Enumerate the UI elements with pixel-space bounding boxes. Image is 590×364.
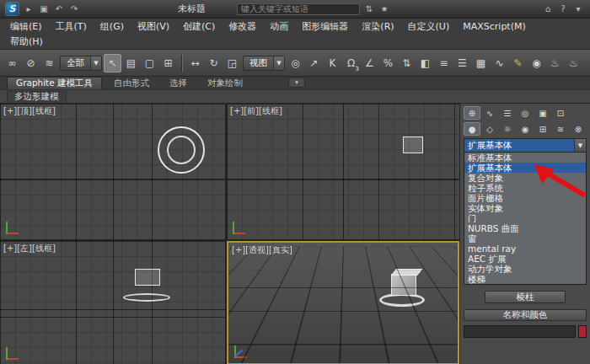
- keyboard-override-icon[interactable]: K: [324, 54, 341, 72]
- geometry-category-icon[interactable]: ●: [464, 122, 480, 136]
- viewport-perspective-label[interactable]: [+][透视][真实]: [232, 244, 292, 256]
- select-and-scale-icon[interactable]: ◲: [223, 54, 241, 72]
- create-tab-icon[interactable]: ⊕: [464, 106, 480, 120]
- space-warps-category-icon[interactable]: ≋: [552, 122, 569, 136]
- droplist-item[interactable]: 复合对象: [464, 173, 586, 183]
- ribbon-tab[interactable]: 选择: [161, 77, 196, 89]
- display-tab-icon[interactable]: ▣: [534, 106, 551, 120]
- utilities-tab-icon[interactable]: ⊡: [552, 106, 569, 120]
- graphite-ribbon-toggle-icon[interactable]: ▦: [472, 54, 490, 72]
- droplist-item[interactable]: 扩展基本体: [464, 163, 586, 173]
- menu-item[interactable]: 视图(V): [131, 19, 176, 34]
- selection-filter-dropdown[interactable]: 全部 ▼: [60, 56, 102, 71]
- droplist-item[interactable]: mental ray: [464, 244, 586, 254]
- systems-category-icon[interactable]: ⊗: [570, 122, 587, 136]
- viewport-left-label[interactable]: [+][左][线框]: [3, 243, 56, 254]
- select-object-icon[interactable]: ↖: [104, 54, 121, 72]
- droplist-item[interactable]: 窗: [464, 233, 586, 244]
- reference-coordinate-dropdown[interactable]: 视图 ▼: [243, 56, 285, 71]
- redo-icon[interactable]: ↷: [67, 3, 81, 16]
- viewport-perspective[interactable]: [+][透视][真实]: [227, 241, 459, 364]
- favorites-icon[interactable]: ★: [378, 3, 391, 16]
- layer-manager-icon[interactable]: ☰: [453, 54, 471, 72]
- menu-item[interactable]: 动画: [263, 19, 295, 34]
- cameras-category-icon[interactable]: ◉: [517, 122, 534, 136]
- snap-toggle-3d-icon[interactable]: Ω3: [342, 54, 360, 72]
- ribbon-tab[interactable]: Graphite 建模工具: [7, 77, 102, 89]
- align-icon[interactable]: ≡: [435, 54, 453, 72]
- hierarchy-tab-icon[interactable]: ☰: [499, 106, 516, 120]
- menu-item[interactable]: 组(G): [94, 19, 131, 34]
- pencil-icon[interactable]: ✎: [509, 54, 527, 72]
- ribbon-minimize-icon[interactable]: ▾: [288, 78, 305, 88]
- menu-item[interactable]: 编辑(E): [3, 19, 49, 34]
- help-icon[interactable]: ?: [556, 3, 570, 16]
- droplist-item[interactable]: 楼梯: [464, 274, 586, 284]
- bind-to-space-warp-icon[interactable]: ≋: [40, 54, 58, 72]
- lights-category-icon[interactable]: ☼: [499, 122, 516, 136]
- unlink-selection-icon[interactable]: ⊘: [22, 54, 40, 72]
- droplist-item[interactable]: AEC 扩展: [464, 254, 586, 264]
- torus-object[interactable]: [123, 293, 170, 302]
- select-by-name-icon[interactable]: ▤: [122, 54, 140, 72]
- use-pivot-point-center-icon[interactable]: ◎: [287, 54, 304, 72]
- viewport-top[interactable]: [+][顶][线框]: [0, 104, 225, 239]
- menu-item[interactable]: 图形编辑器: [295, 19, 355, 34]
- helpers-category-icon[interactable]: ⊞: [534, 122, 551, 136]
- droplist-item[interactable]: 粒子系统: [464, 183, 586, 193]
- curve-editor-icon[interactable]: ∿: [491, 54, 508, 72]
- subcategory-dropdown[interactable]: 扩展基本体 ▼: [464, 138, 587, 153]
- box-object[interactable]: [135, 269, 160, 286]
- select-and-rotate-icon[interactable]: ↻: [205, 54, 223, 72]
- menu-item[interactable]: 修改器: [222, 19, 263, 34]
- spinner-snap-icon[interactable]: ⇅: [398, 54, 416, 72]
- shapes-category-icon[interactable]: ◇: [481, 122, 498, 136]
- menu-item[interactable]: 帮助(H): [3, 34, 50, 49]
- 3ds-max-logo-icon[interactable]: S: [5, 2, 19, 16]
- select-and-link-icon[interactable]: ∞: [3, 54, 21, 72]
- save-icon[interactable]: ▣: [37, 3, 51, 16]
- viewport-front[interactable]: [+][前][线框]: [227, 104, 459, 239]
- viewport-front-label[interactable]: [+][前][线框]: [230, 105, 282, 117]
- object-name-input[interactable]: [464, 325, 576, 338]
- droplist-item[interactable]: 动力学对象: [464, 264, 586, 274]
- menu-item[interactable]: MAXScript(M): [456, 19, 533, 34]
- droplist-item[interactable]: 门: [464, 213, 586, 223]
- droplist-item[interactable]: 实体对象: [464, 203, 586, 213]
- mirror-icon[interactable]: ◧: [416, 54, 434, 72]
- select-and-move-icon[interactable]: ↔: [186, 54, 204, 72]
- prism-button[interactable]: 棱柱: [485, 291, 566, 303]
- menu-item[interactable]: 自定义(U): [401, 19, 457, 34]
- communication-center-icon[interactable]: ⌂: [541, 3, 555, 16]
- name-color-rollout-header[interactable]: 名称和颜色: [464, 309, 587, 321]
- rectangular-selection-region-icon[interactable]: ▢: [141, 54, 158, 72]
- select-and-manipulate-icon[interactable]: ↗: [305, 54, 323, 72]
- torus-object[interactable]: [158, 126, 205, 174]
- menu-item[interactable]: 渲染(R): [355, 19, 400, 34]
- infocenter-more-icon[interactable]: ▾: [571, 3, 585, 16]
- angle-snap-icon[interactable]: ∠: [361, 54, 378, 72]
- percent-snap-icon[interactable]: %: [379, 54, 397, 72]
- droplist-item[interactable]: 面片栅格: [464, 193, 586, 203]
- viewport-left[interactable]: [+][左][线框]: [0, 241, 225, 364]
- object-color-swatch[interactable]: [578, 325, 587, 338]
- viewport-top-label[interactable]: [+][顶][线框]: [3, 105, 56, 117]
- droplist-item[interactable]: NURBS 曲面: [464, 223, 586, 233]
- box-object[interactable]: [391, 274, 416, 296]
- infocenter-search-input[interactable]: [237, 3, 360, 15]
- render-setup-icon[interactable]: ♨: [546, 54, 564, 72]
- menu-item[interactable]: 创建(C): [176, 19, 222, 34]
- motion-tab-icon[interactable]: ◎: [517, 106, 534, 120]
- window-crossing-icon[interactable]: ⊞: [159, 54, 177, 72]
- search-history-icon[interactable]: ⇅: [362, 3, 376, 16]
- droplist-item[interactable]: 标准基本体: [464, 153, 586, 163]
- render-production-icon[interactable]: ♨: [565, 54, 582, 72]
- modify-tab-icon[interactable]: ∿: [481, 106, 498, 120]
- box-object[interactable]: [403, 136, 423, 153]
- ribbon-tab[interactable]: 自由形式: [105, 77, 158, 89]
- undo-icon[interactable]: ↶: [52, 3, 66, 16]
- material-editor-icon[interactable]: ◉: [528, 54, 545, 72]
- workspace-icon[interactable]: ▸: [22, 3, 35, 16]
- polygon-modeling-panel-tab[interactable]: 多边形建模: [7, 91, 67, 103]
- menu-item[interactable]: 工具(T): [49, 19, 94, 34]
